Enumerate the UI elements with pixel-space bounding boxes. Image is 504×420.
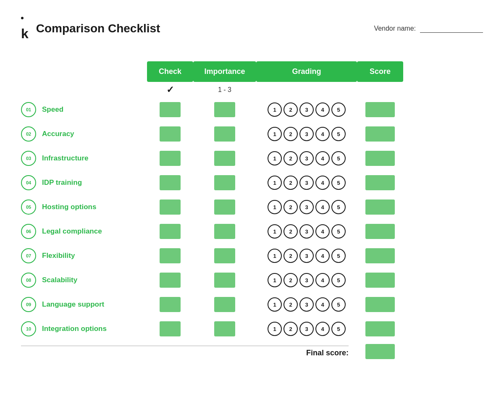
column-headers: Check Importance Grading Score <box>21 61 483 82</box>
importance-box[interactable] <box>214 200 235 215</box>
importance-cell[interactable] <box>193 151 256 166</box>
grade-circle[interactable]: 1 <box>268 322 282 336</box>
grade-circle[interactable]: 1 <box>268 176 282 190</box>
importance-cell[interactable] <box>193 126 256 142</box>
importance-cell[interactable] <box>193 248 256 263</box>
importance-cell[interactable] <box>193 297 256 312</box>
grade-circle[interactable]: 4 <box>315 249 330 263</box>
grade-circle[interactable]: 2 <box>284 200 298 214</box>
grade-circle[interactable]: 3 <box>299 176 314 190</box>
grade-circle[interactable]: 3 <box>299 297 314 312</box>
grade-circle[interactable]: 1 <box>268 224 282 239</box>
table-row: 09Language support12345 <box>21 294 483 315</box>
check-box[interactable] <box>160 126 181 142</box>
check-box[interactable] <box>160 224 181 239</box>
grade-circle[interactable]: 5 <box>331 176 346 190</box>
grade-circle[interactable]: 5 <box>331 224 346 239</box>
grade-circle[interactable]: 5 <box>331 322 346 336</box>
check-box[interactable] <box>160 200 181 215</box>
grade-circle[interactable]: 4 <box>315 297 330 312</box>
importance-box[interactable] <box>214 321 235 336</box>
grade-circle[interactable]: 5 <box>331 249 346 263</box>
grade-circle[interactable]: 5 <box>331 102 346 117</box>
grade-circle[interactable]: 3 <box>299 273 314 287</box>
grade-circle[interactable]: 1 <box>268 200 282 214</box>
importance-box[interactable] <box>214 224 235 239</box>
grade-circle[interactable]: 4 <box>315 322 330 336</box>
grade-circle[interactable]: 3 <box>299 249 314 263</box>
grade-circle[interactable]: 4 <box>315 273 330 287</box>
grade-circle[interactable]: 4 <box>315 151 330 165</box>
grade-circle[interactable]: 4 <box>315 127 330 141</box>
grading-cell: 12345 <box>256 151 357 165</box>
grade-circle[interactable]: 2 <box>284 224 298 239</box>
grade-circle[interactable]: 2 <box>284 322 298 336</box>
check-cell[interactable] <box>147 224 193 239</box>
grade-circle[interactable]: 1 <box>268 249 282 263</box>
grade-circle[interactable]: 1 <box>268 151 282 165</box>
grade-circle[interactable]: 1 <box>268 127 282 141</box>
header-left: k Comparison Checklist <box>21 17 160 40</box>
grade-circle[interactable]: 5 <box>331 200 346 214</box>
importance-box[interactable] <box>214 126 235 142</box>
grade-circle[interactable]: 2 <box>284 102 298 117</box>
grade-circle[interactable]: 2 <box>284 151 298 165</box>
importance-box[interactable] <box>214 151 235 166</box>
grade-circle[interactable]: 5 <box>331 127 346 141</box>
grade-circle[interactable]: 1 <box>268 102 282 117</box>
grade-circle[interactable]: 5 <box>331 273 346 287</box>
check-cell[interactable] <box>147 273 193 288</box>
importance-box[interactable] <box>214 175 235 190</box>
importance-cell[interactable] <box>193 273 256 288</box>
check-cell[interactable] <box>147 151 193 166</box>
check-box[interactable] <box>160 248 181 263</box>
check-cell[interactable] <box>147 321 193 336</box>
grade-circle[interactable]: 3 <box>299 127 314 141</box>
grade-circle[interactable]: 2 <box>284 176 298 190</box>
importance-cell[interactable] <box>193 102 256 117</box>
grade-circle[interactable]: 1 <box>268 273 282 287</box>
check-box[interactable] <box>160 175 181 190</box>
importance-cell[interactable] <box>193 200 256 215</box>
grade-circle[interactable]: 3 <box>299 224 314 239</box>
grade-circle[interactable]: 5 <box>331 151 346 165</box>
grade-circle[interactable]: 3 <box>299 151 314 165</box>
grade-circle[interactable]: 4 <box>315 102 330 117</box>
grade-circle[interactable]: 2 <box>284 249 298 263</box>
grade-circle[interactable]: 3 <box>299 102 314 117</box>
importance-cell[interactable] <box>193 224 256 239</box>
importance-cell[interactable] <box>193 321 256 336</box>
grade-circle[interactable]: 2 <box>284 127 298 141</box>
check-box[interactable] <box>160 321 181 336</box>
check-cell[interactable] <box>147 102 193 117</box>
check-cell[interactable] <box>147 297 193 312</box>
importance-cell[interactable] <box>193 175 256 190</box>
logo: k <box>21 17 29 40</box>
grade-circle[interactable]: 4 <box>315 176 330 190</box>
check-cell[interactable] <box>147 200 193 215</box>
check-box[interactable] <box>160 297 181 312</box>
importance-box[interactable] <box>214 102 235 117</box>
grade-circle[interactable]: 4 <box>315 200 330 214</box>
check-cell[interactable] <box>147 248 193 263</box>
grade-circle[interactable]: 2 <box>284 297 298 312</box>
row-number-circle: 07 <box>21 248 36 263</box>
grade-circle[interactable]: 4 <box>315 224 330 239</box>
check-cell[interactable] <box>147 175 193 190</box>
grade-circle[interactable]: 1 <box>268 297 282 312</box>
grade-circle[interactable]: 2 <box>284 273 298 287</box>
score-box <box>365 126 395 142</box>
check-box[interactable] <box>160 151 181 166</box>
score-cell <box>357 175 403 190</box>
row-name: Integration options <box>42 325 107 333</box>
check-cell[interactable] <box>147 126 193 142</box>
grade-circle[interactable]: 5 <box>331 297 346 312</box>
check-box[interactable] <box>160 273 181 288</box>
vendor-name-field[interactable] <box>420 24 483 33</box>
grade-circle[interactable]: 3 <box>299 322 314 336</box>
grade-circle[interactable]: 3 <box>299 200 314 214</box>
importance-box[interactable] <box>214 273 235 288</box>
importance-box[interactable] <box>214 297 235 312</box>
importance-box[interactable] <box>214 248 235 263</box>
check-box[interactable] <box>160 102 181 117</box>
